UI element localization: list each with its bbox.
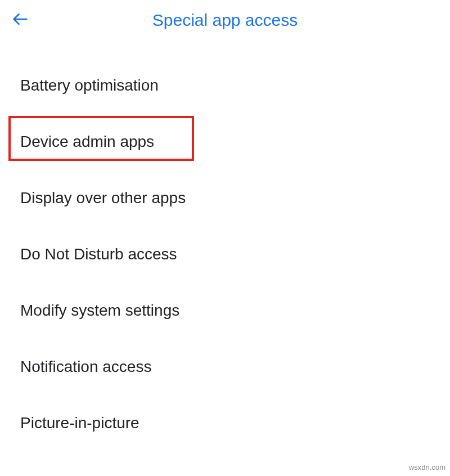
list-item-label: Picture-in-picture <box>20 414 140 432</box>
back-button[interactable] <box>7 7 34 34</box>
watermark: wsxdn.com <box>409 463 446 471</box>
list-item-picture-in-picture[interactable]: Picture-in-picture <box>0 395 450 451</box>
arrow-left-icon <box>12 11 29 30</box>
list-item-label: Device admin apps <box>20 133 154 150</box>
list-item-device-admin-apps[interactable]: Device admin apps <box>0 114 450 170</box>
list-item-notification-access[interactable]: Notification access <box>0 339 450 395</box>
settings-list: Battery optimisation Device admin apps D… <box>0 41 450 451</box>
page-title: Special app access <box>152 11 298 30</box>
list-item-display-over-other-apps[interactable]: Display over other apps <box>0 170 450 226</box>
header: Special app access <box>0 0 450 41</box>
list-item-label: Modify system settings <box>20 302 179 319</box>
list-item-label: Do Not Disturb access <box>20 245 177 263</box>
list-item-battery-optimisation[interactable]: Battery optimisation <box>0 57 450 114</box>
list-item-label: Battery optimisation <box>20 77 159 94</box>
list-item-modify-system-settings[interactable]: Modify system settings <box>0 282 450 339</box>
list-item-do-not-disturb-access[interactable]: Do Not Disturb access <box>0 226 450 282</box>
list-item-label: Display over other apps <box>20 189 186 206</box>
list-item-label: Notification access <box>20 358 151 375</box>
